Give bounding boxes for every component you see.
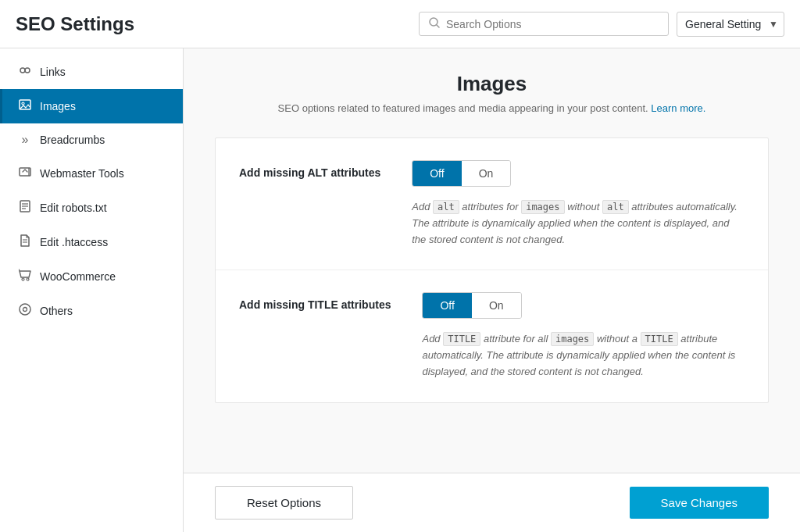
toggle-on-title[interactable]: On [472, 293, 521, 318]
code-alt-1: alt [433, 200, 459, 214]
webmaster-tools-icon [18, 166, 32, 181]
sidebar-item-woocommerce[interactable]: WooCommerce [0, 259, 183, 294]
general-setting-select[interactable]: General Setting [677, 12, 784, 37]
toggle-off-title[interactable]: Off [423, 293, 471, 318]
search-box [419, 12, 669, 36]
sidebar-item-webmaster-tools[interactable]: Webmaster Tools [0, 156, 183, 191]
links-icon [18, 64, 32, 80]
setting-row-alt: Add missing ALT attributes Off On Add al… [216, 138, 768, 270]
setting-label-title: Add missing TITLE attributes [239, 292, 391, 311]
sidebar-item-others[interactable]: Others [0, 294, 183, 328]
sidebar-item-breadcrumbs[interactable]: » Breadcrumbs [0, 123, 183, 156]
content-area: Images SEO options related to featured i… [184, 48, 800, 532]
setting-row-title: Add missing TITLE attributes Off On Add … [216, 270, 768, 402]
sidebar-item-label-links: Links [40, 66, 66, 78]
code-alt-2: alt [602, 200, 629, 214]
header-right: General Setting ▼ [419, 12, 784, 37]
woocommerce-icon [18, 269, 32, 284]
sidebar-item-images[interactable]: Images [0, 89, 183, 123]
sidebar-item-label-edit-robots: Edit robots.txt [40, 202, 107, 214]
svg-point-16 [27, 278, 29, 280]
sidebar: Links Images » Breadcrumbs [0, 48, 184, 532]
content-inner: Images SEO options related to featured i… [184, 48, 800, 473]
svg-point-6 [22, 102, 24, 105]
search-icon [429, 17, 440, 30]
code-images-1: images [521, 200, 564, 214]
others-icon [18, 303, 32, 319]
toggle-group-title: Off On [422, 292, 521, 319]
general-setting-wrapper: General Setting ▼ [677, 12, 784, 37]
sidebar-item-edit-htaccess[interactable]: Edit .htaccess [0, 225, 183, 259]
setting-desc-alt: Add alt attributes for images without al… [412, 199, 745, 248]
page-header-title: SEO Settings [16, 13, 134, 35]
sidebar-item-label-woocommerce: WooCommerce [40, 270, 116, 283]
setting-content-alt: Off On Add alt attributes for images wit… [412, 160, 745, 248]
code-title-1: TITLE [443, 332, 480, 346]
page-title: Images [215, 72, 769, 96]
code-images-2: images [551, 332, 594, 346]
sidebar-item-label-edit-htaccess: Edit .htaccess [40, 236, 108, 248]
learn-more-link[interactable]: Learn more. [651, 102, 705, 114]
sidebar-item-label-webmaster-tools: Webmaster Tools [40, 167, 124, 180]
sidebar-item-edit-robots[interactable]: Edit robots.txt [0, 191, 183, 225]
robots-icon [18, 200, 32, 216]
svg-point-19 [23, 308, 27, 312]
reset-options-button[interactable]: Reset Options [215, 486, 353, 520]
images-icon [18, 98, 32, 114]
svg-line-17 [19, 270, 20, 272]
footer: Reset Options Save Changes [184, 473, 800, 532]
svg-point-15 [22, 278, 24, 280]
svg-line-1 [437, 25, 439, 27]
setting-label-alt: Add missing ALT attributes [239, 160, 380, 179]
toggle-off-alt[interactable]: Off [412, 161, 461, 186]
setting-desc-title: Add TITLE attribute for all images witho… [422, 331, 745, 380]
htaccess-icon [18, 234, 32, 250]
svg-point-18 [20, 304, 30, 315]
page-subtitle: SEO options related to featured images a… [215, 102, 769, 114]
search-input[interactable] [446, 18, 659, 30]
setting-content-title: Off On Add TITLE attribute for all image… [422, 292, 745, 380]
main-layout: Links Images » Breadcrumbs [0, 48, 800, 532]
sidebar-item-label-breadcrumbs: Breadcrumbs [40, 134, 105, 146]
sidebar-item-label-others: Others [40, 305, 73, 317]
settings-section: Add missing ALT attributes Off On Add al… [215, 137, 769, 403]
sidebar-item-links[interactable]: Links [0, 55, 183, 89]
save-changes-button[interactable]: Save Changes [630, 487, 769, 519]
breadcrumbs-icon: » [18, 133, 32, 147]
toggle-on-alt[interactable]: On [462, 161, 511, 186]
header: SEO Settings General Setting ▼ [0, 0, 800, 48]
toggle-group-alt: Off On [412, 160, 511, 187]
subtitle-text: SEO options related to featured images a… [278, 102, 648, 114]
code-title-2: TITLE [641, 332, 678, 346]
sidebar-item-label-images: Images [40, 100, 76, 112]
